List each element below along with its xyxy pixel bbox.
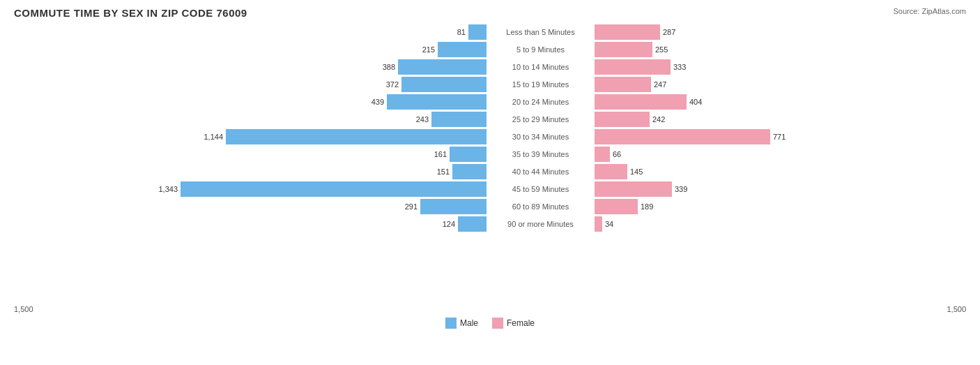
male-bar [468,24,487,40]
female-bar [595,199,638,214]
row-label: 35 to 39 Minutes [490,150,591,158]
bars-area: 81 Less than 5 Minutes 287 215 5 to 9 Mi… [14,24,966,304]
female-bar [595,112,650,127]
left-section: 215 [14,42,490,57]
male-value: 81 [441,28,466,36]
right-section: 242 [591,112,966,127]
male-value: 161 [422,150,447,158]
right-section: 339 [591,181,966,197]
male-bar [401,77,487,92]
row-label: 30 to 34 Minutes [490,133,591,141]
bar-row: 161 35 to 39 Minutes 66 [14,147,966,162]
female-value: 145 [630,167,651,176]
female-value: 404 [689,98,710,106]
male-value: 439 [360,98,384,106]
right-section: 247 [591,77,966,92]
female-label: Female [507,318,535,328]
legend: Male Female [14,318,966,329]
bar-row: 372 15 to 19 Minutes 247 [14,77,966,92]
female-bar [595,164,627,179]
male-bar [181,181,487,197]
male-value: 388 [371,63,395,71]
bar-row: 124 90 or more Minutes 34 [14,216,966,232]
chart-title: COMMUTE TIME BY SEX IN ZIP CODE 76009 [14,7,966,19]
female-color-box [492,318,503,329]
male-bar [458,216,487,232]
male-bar [452,164,487,179]
left-section: 161 [14,147,490,162]
female-bar [595,94,687,110]
right-section: 287 [591,24,966,40]
female-bar [595,181,672,197]
male-value: 151 [425,167,450,176]
row-label: Less than 5 Minutes [490,28,591,36]
female-value: 247 [654,80,675,89]
row-label: 10 to 14 Minutes [490,63,591,71]
right-section: 189 [591,199,966,214]
right-section: 333 [591,59,966,75]
axis-left: 1,500 [14,305,33,313]
male-bar [226,129,487,144]
male-value: 243 [404,115,429,124]
female-value: 189 [641,202,661,211]
row-label: 20 to 24 Minutes [490,98,591,106]
male-label: Male [460,318,478,328]
bar-row: 81 Less than 5 Minutes 287 [14,24,966,40]
female-value: 242 [652,115,673,124]
left-section: 243 [14,112,490,127]
row-label: 60 to 89 Minutes [490,202,591,211]
female-bar [595,42,652,57]
female-value: 287 [663,28,684,36]
bar-row: 291 60 to 89 Minutes 189 [14,199,966,214]
row-label: 5 to 9 Minutes [490,45,591,54]
bar-row: 388 10 to 14 Minutes 333 [14,59,966,75]
left-section: 124 [14,216,490,232]
right-section: 404 [591,94,966,110]
male-value: 124 [431,220,455,228]
male-bar [387,94,487,110]
legend-male: Male [445,318,478,329]
right-section: 34 [591,216,966,232]
male-value: 215 [411,45,435,54]
left-section: 81 [14,24,490,40]
female-value: 34 [605,220,626,228]
bar-row: 215 5 to 9 Minutes 255 [14,42,966,57]
left-section: 439 [14,94,490,110]
bar-row: 151 40 to 44 Minutes 145 [14,164,966,179]
bar-row: 1,144 30 to 34 Minutes 771 [14,129,966,144]
left-section: 1,343 [14,181,490,197]
source-text: Source: ZipAtlas.com [893,7,966,15]
legend-female: Female [492,318,535,329]
male-value: 291 [393,202,418,211]
left-section: 388 [14,59,490,75]
male-value: 372 [374,80,399,89]
male-bar [450,147,487,162]
male-bar [431,112,487,127]
right-section: 66 [591,147,966,162]
bar-row: 243 25 to 29 Minutes 242 [14,112,966,127]
female-bar [595,59,671,75]
female-bar [595,77,651,92]
female-bar [595,129,770,144]
left-section: 372 [14,77,490,92]
female-value: 333 [673,63,694,71]
male-bar [398,59,487,75]
female-bar [595,147,610,162]
left-section: 291 [14,199,490,214]
bar-row: 1,343 45 to 59 Minutes 339 [14,181,966,197]
left-section: 1,144 [14,129,490,144]
row-label: 45 to 59 Minutes [490,185,591,193]
female-value: 771 [773,133,794,141]
male-color-box [445,318,457,329]
row-label: 90 or more Minutes [490,220,591,228]
right-section: 145 [591,164,966,179]
right-section: 255 [591,42,966,57]
female-value: 255 [655,45,676,54]
right-section: 771 [591,129,966,144]
axis-right: 1,500 [947,305,966,313]
female-bar [595,24,660,40]
male-bar [438,42,487,57]
male-value: 1,144 [199,133,223,141]
bar-row: 439 20 to 24 Minutes 404 [14,94,966,110]
female-value: 66 [613,150,634,158]
